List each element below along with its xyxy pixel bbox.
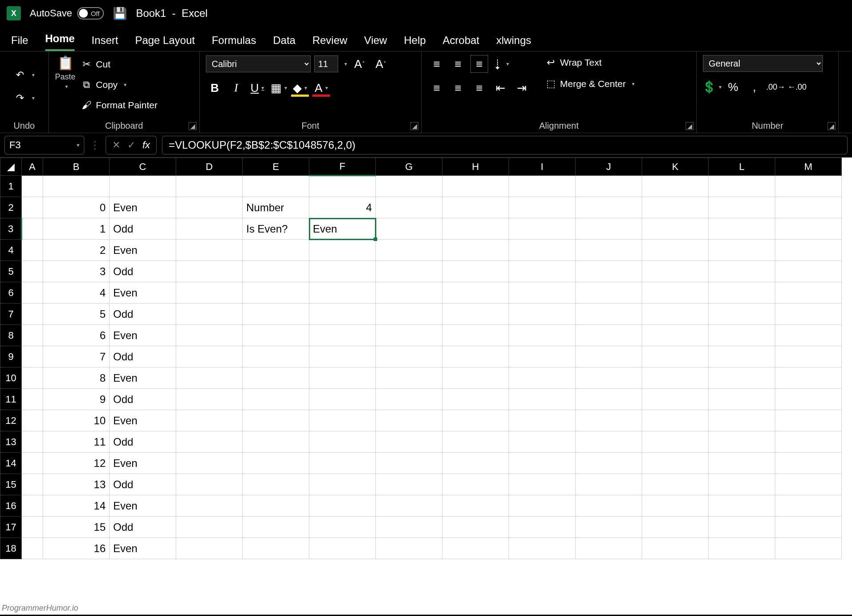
row-header-16[interactable]: 16	[0, 495, 22, 517]
redo-button[interactable]: ↷▾	[13, 91, 36, 106]
row-header-4[interactable]: 4	[0, 240, 22, 261]
cell-M14[interactable]	[775, 453, 842, 474]
font-color-button[interactable]: A▾	[312, 79, 330, 97]
cell-H2[interactable]	[442, 197, 509, 218]
cell-G8[interactable]	[376, 325, 442, 346]
cell-J5[interactable]	[576, 261, 642, 282]
cell-E6[interactable]	[243, 282, 309, 304]
cell-E4[interactable]	[243, 240, 309, 261]
col-header-C[interactable]: C	[110, 158, 176, 176]
cell-A16[interactable]	[22, 495, 43, 517]
cell-D17[interactable]	[176, 517, 243, 538]
format-painter-button[interactable]: 🖌Format Painter	[80, 98, 158, 113]
cell-F17[interactable]	[309, 517, 376, 538]
cell-D3[interactable]	[176, 218, 243, 240]
cell-F18[interactable]	[309, 538, 376, 559]
row-header-13[interactable]: 13	[0, 431, 22, 453]
cell-G18[interactable]	[376, 538, 442, 559]
cell-F13[interactable]	[309, 431, 376, 453]
cell-J17[interactable]	[576, 517, 642, 538]
cell-D15[interactable]	[176, 474, 243, 495]
cell-G4[interactable]	[376, 240, 442, 261]
decrease-indent-icon[interactable]: ⇤	[492, 79, 509, 97]
cell-G3[interactable]	[376, 218, 442, 240]
cell-C6[interactable]: Even	[110, 282, 176, 304]
cell-C4[interactable]: Even	[110, 240, 176, 261]
cell-I16[interactable]	[509, 495, 576, 517]
cancel-icon[interactable]: ✕	[112, 139, 120, 151]
cell-D11[interactable]	[176, 389, 243, 410]
cell-A3[interactable]	[22, 218, 43, 240]
orientation-button[interactable]: ⭭▾	[492, 55, 509, 73]
percent-button[interactable]: %	[724, 78, 742, 96]
cell-K14[interactable]	[642, 453, 709, 474]
cell-G11[interactable]	[376, 389, 442, 410]
cell-C3[interactable]: Odd	[110, 218, 176, 240]
col-header-D[interactable]: D	[176, 158, 243, 176]
bold-button[interactable]: B	[206, 79, 224, 97]
cell-B16[interactable]: 14	[43, 495, 110, 517]
cell-H7[interactable]	[442, 304, 509, 325]
cell-M11[interactable]	[775, 389, 842, 410]
cell-L7[interactable]	[709, 304, 775, 325]
cell-I1[interactable]	[509, 176, 576, 197]
col-header-A[interactable]: A	[22, 158, 43, 176]
cell-C8[interactable]: Even	[110, 325, 176, 346]
cell-H16[interactable]	[442, 495, 509, 517]
cell-L17[interactable]	[709, 517, 775, 538]
cell-F5[interactable]	[309, 261, 376, 282]
cell-A8[interactable]	[22, 325, 43, 346]
tab-acrobat[interactable]: Acrobat	[443, 34, 480, 51]
cell-A12[interactable]	[22, 410, 43, 431]
cell-A9[interactable]	[22, 346, 43, 367]
cell-K5[interactable]	[642, 261, 709, 282]
cell-E15[interactable]	[243, 474, 309, 495]
cell-B12[interactable]: 10	[43, 410, 110, 431]
col-header-I[interactable]: I	[509, 158, 576, 176]
cell-G2[interactable]	[376, 197, 442, 218]
cell-L5[interactable]	[709, 261, 775, 282]
cell-C17[interactable]: Odd	[110, 517, 176, 538]
cell-G5[interactable]	[376, 261, 442, 282]
wrap-text-button[interactable]: ↩Wrap Text	[544, 55, 635, 70]
cell-H3[interactable]	[442, 218, 509, 240]
cell-J6[interactable]	[576, 282, 642, 304]
cell-K16[interactable]	[642, 495, 709, 517]
cell-F6[interactable]	[309, 282, 376, 304]
name-box[interactable]: F3 ▾	[4, 136, 84, 154]
cell-E14[interactable]	[243, 453, 309, 474]
cell-E7[interactable]	[243, 304, 309, 325]
cell-E11[interactable]	[243, 389, 309, 410]
cell-E12[interactable]	[243, 410, 309, 431]
align-right-icon[interactable]: ≡	[470, 79, 488, 97]
cell-L4[interactable]	[709, 240, 775, 261]
cell-B14[interactable]: 12	[43, 453, 110, 474]
cell-M12[interactable]	[775, 410, 842, 431]
cell-I18[interactable]	[509, 538, 576, 559]
cell-G12[interactable]	[376, 410, 442, 431]
cell-G6[interactable]	[376, 282, 442, 304]
spreadsheet-grid[interactable]: ◢ABCDEFGHIJKLM120EvenNumber431OddIs Even…	[0, 158, 852, 615]
cell-M7[interactable]	[775, 304, 842, 325]
cell-H11[interactable]	[442, 389, 509, 410]
cell-E2[interactable]: Number	[243, 197, 309, 218]
cell-K9[interactable]	[642, 346, 709, 367]
row-header-2[interactable]: 2	[0, 197, 22, 218]
paste-button[interactable]: 📋 Paste ▾	[55, 55, 75, 90]
tab-file[interactable]: File	[11, 34, 28, 51]
cell-K1[interactable]	[642, 176, 709, 197]
cell-B17[interactable]: 15	[43, 517, 110, 538]
cell-G16[interactable]	[376, 495, 442, 517]
cell-I10[interactable]	[509, 367, 576, 389]
cell-J10[interactable]	[576, 367, 642, 389]
cell-H9[interactable]	[442, 346, 509, 367]
cell-A7[interactable]	[22, 304, 43, 325]
cell-I14[interactable]	[509, 453, 576, 474]
cell-L18[interactable]	[709, 538, 775, 559]
cell-J14[interactable]	[576, 453, 642, 474]
col-header-M[interactable]: M	[775, 158, 842, 176]
cell-M8[interactable]	[775, 325, 842, 346]
col-header-K[interactable]: K	[642, 158, 709, 176]
cell-M2[interactable]	[775, 197, 842, 218]
cell-L1[interactable]	[709, 176, 775, 197]
